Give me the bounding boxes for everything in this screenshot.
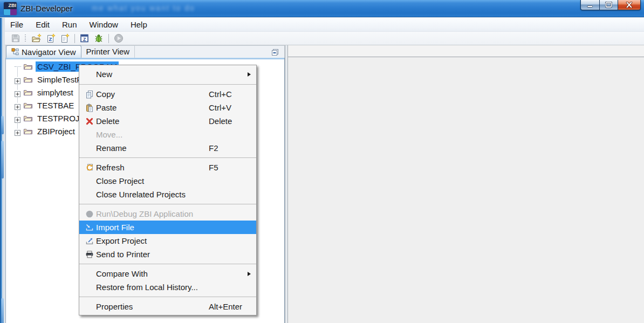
- delete-icon: [83, 117, 96, 126]
- app-window: ZBI ZBI-Developer me what you want to do…: [0, 0, 644, 323]
- menu-item-copy[interactable]: Copy Ctrl+C: [79, 87, 256, 101]
- titlebar-ghost-text: me what you want to do: [92, 4, 195, 12]
- menu-edit[interactable]: Edit: [30, 18, 55, 31]
- menu-item-paste[interactable]: Paste Ctrl+V: [79, 101, 256, 114]
- maximize-icon: [605, 2, 612, 8]
- menu-item-new[interactable]: New: [79, 67, 256, 81]
- tab-printer-view[interactable]: Printer View: [81, 45, 135, 58]
- minimize-view-icon: [271, 48, 279, 57]
- menubar: File Edit Run Window Help: [0, 18, 644, 32]
- menu-item-restore-from-local-history[interactable]: Restore from Local History...: [79, 280, 256, 294]
- tree-item-label: TESTBAE: [36, 100, 76, 111]
- project-folder-icon: [23, 63, 33, 70]
- import-icon: [83, 223, 96, 232]
- expand-icon[interactable]: [15, 77, 20, 83]
- tab-label: Navigator View: [22, 47, 76, 57]
- save-button: [9, 32, 23, 44]
- expand-icon[interactable]: [15, 90, 20, 95]
- view-tabbar: Navigator View Printer View: [5, 45, 285, 58]
- window-title: ZBI-Developer: [20, 4, 73, 13]
- project-folder-icon: [23, 114, 33, 122]
- titlebar: ZBI ZBI-Developer me what you want to do: [0, 0, 644, 17]
- menu-help[interactable]: Help: [125, 18, 153, 31]
- printer-icon: [83, 250, 96, 259]
- copy-icon: [83, 90, 96, 99]
- toolbar: Z Z: [0, 32, 644, 45]
- menu-window[interactable]: Window: [84, 18, 124, 31]
- svg-text:Z: Z: [49, 36, 52, 42]
- new-project-wizard-icon: [31, 33, 42, 43]
- menu-item-delete[interactable]: Delete Delete: [79, 114, 256, 128]
- menu-item-rename[interactable]: Rename F2: [79, 141, 256, 155]
- menu-item-export-project[interactable]: Export Project: [79, 234, 256, 248]
- tree-item-label: ZBIProject: [36, 126, 77, 136]
- menu-item-refresh[interactable]: Refresh F5: [79, 161, 256, 174]
- minimize-button[interactable]: [580, 0, 600, 10]
- expand-icon[interactable]: [15, 102, 20, 108]
- submenu-arrow-icon: [248, 72, 251, 77]
- project-folder-icon: [23, 127, 33, 135]
- new-zbi-file-button[interactable]: Z: [44, 32, 58, 44]
- run-button: [112, 32, 126, 44]
- close-button[interactable]: [618, 0, 641, 10]
- border-reflection: [1, 141, 4, 178]
- submenu-arrow-icon: [248, 272, 251, 276]
- paste-icon: [83, 104, 96, 112]
- close-icon: [626, 2, 633, 8]
- svg-text:Z: Z: [83, 37, 86, 42]
- new-zbi-file-wizard-icon: Z: [45, 33, 56, 43]
- expand-icon[interactable]: [15, 128, 20, 134]
- save-icon: [11, 33, 20, 43]
- new-file-wizard-icon: [59, 33, 70, 43]
- toolbar-separator: [108, 34, 109, 43]
- new-file-button[interactable]: [58, 32, 72, 44]
- menu-separator: [79, 297, 256, 297]
- border-reflection: [1, 298, 4, 323]
- new-project-button[interactable]: [30, 32, 44, 44]
- minimize-icon: [587, 2, 593, 8]
- menu-item-send-to-printer[interactable]: Send to Printer: [79, 248, 256, 261]
- minimize-view-button[interactable]: [270, 47, 280, 57]
- logo-purple-block: [10, 9, 17, 15]
- run-icon: [114, 33, 124, 43]
- logo-cyan-block: [4, 9, 10, 15]
- app-logo-text: ZBI: [4, 2, 17, 9]
- zbi-view-button[interactable]: Z: [78, 32, 92, 44]
- app-logo-icon: ZBI: [4, 2, 17, 15]
- debug-icon: [93, 33, 104, 43]
- tab-label: Printer View: [86, 47, 130, 56]
- menu-run[interactable]: Run: [57, 18, 83, 31]
- tab-navigator-view[interactable]: Navigator View: [6, 45, 81, 58]
- export-icon: [83, 237, 96, 245]
- menu-separator: [79, 84, 256, 85]
- toolbar-separator: [74, 34, 75, 43]
- refresh-icon: [83, 163, 96, 172]
- menu-item-compare-with[interactable]: Compare With: [79, 267, 256, 280]
- editor-area: [288, 45, 644, 323]
- project-folder-icon: [23, 75, 33, 83]
- window-left-border: [0, 18, 5, 323]
- maximize-button[interactable]: [600, 0, 618, 10]
- menu-item-import-file[interactable]: Import File: [79, 221, 256, 234]
- run-debug-icon: [83, 210, 96, 218]
- project-folder-icon: [23, 88, 33, 96]
- context-menu: New Copy Ctrl+C Paste Ctrl+V Delete Dele…: [79, 65, 257, 315]
- project-folder-icon: [23, 101, 33, 109]
- menu-file[interactable]: File: [5, 18, 29, 31]
- toolbar-grip[interactable]: [25, 35, 26, 43]
- menu-separator: [79, 204, 256, 204]
- menu-separator: [79, 264, 256, 264]
- menu-separator: [79, 157, 256, 158]
- zbi-view-icon: Z: [80, 33, 90, 43]
- window-controls: [580, 0, 641, 10]
- menu-item-close-project[interactable]: Close Project: [79, 174, 256, 188]
- menu-item-move: Move...: [79, 128, 256, 141]
- tree-item-label: simplytest: [36, 87, 75, 98]
- expand-icon[interactable]: [15, 115, 20, 121]
- menu-item-properties[interactable]: Properties Alt+Enter: [79, 300, 256, 313]
- menu-item-run-debug-zbi-application: Run\Debug ZBI Application: [79, 207, 256, 221]
- border-reflection: [1, 116, 4, 134]
- tree-connector: [15, 66, 21, 67]
- menu-item-close-unrelated-projects[interactable]: Close Unrelated Projects: [79, 188, 256, 201]
- debug-button[interactable]: [92, 32, 106, 44]
